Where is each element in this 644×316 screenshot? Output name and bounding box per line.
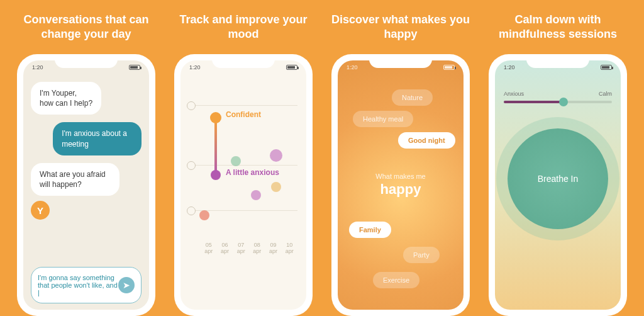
phone-notch: [526, 54, 589, 68]
panel-mindfulness: Calm down with mindfulness sessions 1:20…: [482, 13, 633, 316]
mood-dot[interactable]: [210, 112, 221, 123]
x-tick: 05apr: [201, 242, 217, 254]
battery-icon: [129, 65, 140, 70]
slider-labels: Anxious Calm: [504, 91, 612, 97]
tag-nature[interactable]: Nature: [392, 89, 433, 106]
mood-dot[interactable]: [231, 156, 241, 166]
phone-notch: [212, 54, 275, 68]
mood-chart[interactable]: Confident A little anxious 05apr 06apr 0…: [189, 88, 297, 258]
slider-label-left: Anxious: [504, 91, 524, 97]
chat-column: I'm Youper, how can I help? I'm anxious …: [31, 82, 142, 303]
status-time: 1:20: [32, 64, 43, 71]
phone-notch: [55, 54, 118, 68]
phone-frame: 1:20 Anxious Calm Breathe In: [489, 54, 627, 316]
phone-notch: [369, 54, 432, 68]
x-tick: 10apr: [281, 242, 297, 254]
send-button[interactable]: ➤: [118, 277, 135, 293]
slider-fill: [504, 101, 564, 103]
phone-frame: 1:20 Confident A little anxious 05apr: [174, 54, 313, 316]
center-question: What makes me happy: [338, 172, 464, 198]
bot-avatar: Y: [31, 201, 50, 220]
slider-label-right: Calm: [599, 91, 612, 97]
headline: Calm down with mindfulness sessions: [482, 13, 633, 45]
mood-dot[interactable]: [270, 149, 282, 162]
mood-label-anxious: A little anxious: [226, 168, 279, 177]
tag-exercise[interactable]: Exercise: [373, 272, 419, 288]
battery-icon: [286, 65, 297, 70]
battery-icon: [443, 65, 455, 70]
status-time: 1:20: [189, 64, 201, 71]
x-axis: 05apr 06apr 07apr 08apr 09apr 10apr: [201, 242, 297, 254]
mood-dot[interactable]: [251, 190, 261, 200]
center-small: What makes me: [338, 172, 464, 180]
face-icon: [187, 101, 196, 110]
panel-discover-happy: Discover what makes you happy 1:20 Natur…: [325, 13, 476, 316]
x-tick: 06apr: [217, 242, 233, 254]
breathe-label: Breathe In: [538, 174, 579, 184]
send-icon: ➤: [123, 280, 130, 290]
status-time: 1:20: [347, 64, 358, 71]
x-tick: 07apr: [233, 242, 249, 254]
battery-icon: [601, 65, 612, 70]
center-big: happy: [338, 181, 464, 198]
bot-message: What are you afraid will happen?: [31, 163, 119, 196]
mood-slider-wrap: Anxious Calm: [504, 91, 612, 103]
user-message: I'm anxious about a meeting: [53, 122, 142, 155]
screen-mood-chart: 1:20 Confident A little anxious 05apr: [180, 60, 306, 310]
phone-frame: 1:20 Nature Healthy meal Good night What…: [331, 54, 470, 316]
chat-input-text[interactable]: I'm gonna say something that people won'…: [38, 274, 118, 296]
breathe-button[interactable]: Breathe In: [508, 128, 608, 229]
status-time: 1:20: [504, 64, 515, 71]
mood-dot[interactable]: [271, 182, 281, 192]
screen-happy: 1:20 Nature Healthy meal Good night What…: [338, 60, 464, 310]
bot-message: I'm Youper, how can I help?: [31, 82, 101, 115]
panel-conversations: Conversations that can change your day 1…: [11, 13, 162, 316]
tag-party[interactable]: Party: [403, 247, 440, 263]
tag-healthy-meal[interactable]: Healthy meal: [353, 111, 413, 127]
screen-chat: 1:20 I'm Youper, how can I help? I'm anx…: [23, 60, 149, 310]
x-tick: 09apr: [265, 242, 282, 254]
mood-dot[interactable]: [199, 210, 209, 220]
mood-label-confident: Confident: [226, 110, 261, 119]
headline: Conversations that can change your day: [11, 13, 162, 45]
face-icon: [187, 161, 196, 170]
mood-range-bar: [214, 119, 217, 176]
x-tick: 08apr: [249, 242, 265, 254]
headline: Track and improve your mood: [168, 13, 319, 45]
slider-thumb[interactable]: [559, 98, 568, 106]
headline: Discover what makes you happy: [325, 13, 476, 45]
phone-frame: 1:20 I'm Youper, how can I help? I'm anx…: [17, 54, 155, 316]
panel-track-mood: Track and improve your mood 1:20 Confide…: [168, 13, 319, 316]
mood-dot[interactable]: [211, 170, 221, 180]
mood-slider[interactable]: [504, 101, 612, 103]
tag-good-night[interactable]: Good night: [398, 132, 455, 149]
chat-input[interactable]: I'm gonna say something that people won'…: [31, 267, 142, 303]
face-icon: [187, 206, 196, 215]
screen-breathe: 1:20 Anxious Calm Breathe In: [495, 60, 621, 310]
tag-family[interactable]: Family: [349, 222, 391, 238]
